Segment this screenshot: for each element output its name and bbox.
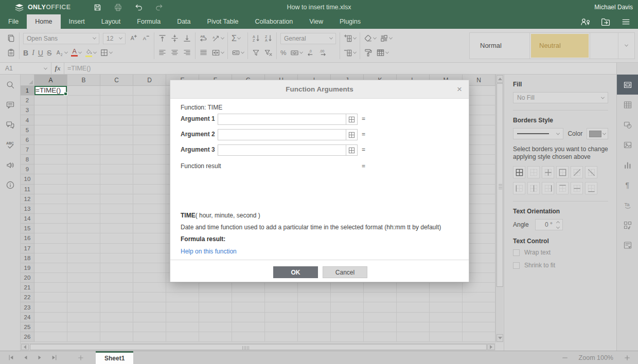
- cell-D5[interactable]: [133, 125, 166, 135]
- cell-B8[interactable]: [67, 155, 100, 165]
- sort-ascending-button[interactable]: AZ: [252, 34, 260, 43]
- tab-home[interactable]: Home: [27, 14, 60, 29]
- cell-D2[interactable]: [133, 96, 166, 105]
- cell-E21[interactable]: [166, 283, 199, 293]
- cell-G22[interactable]: [232, 293, 265, 302]
- cell-I23[interactable]: [298, 302, 331, 312]
- cell-A24[interactable]: [34, 313, 67, 322]
- dialog-close-button[interactable]: ×: [457, 80, 462, 99]
- cell-D1[interactable]: [133, 86, 166, 96]
- ok-button[interactable]: OK: [273, 266, 318, 278]
- cell-K25[interactable]: [364, 322, 397, 332]
- border-diag-down-button[interactable]: [585, 166, 597, 178]
- cell-M23[interactable]: [430, 302, 463, 312]
- orientation-button[interactable]: A: [211, 34, 224, 43]
- help-link[interactable]: Help on this function: [181, 248, 237, 255]
- cell-A20[interactable]: [34, 273, 67, 283]
- cell-L25[interactable]: [397, 322, 430, 332]
- border-outside-button[interactable]: [556, 166, 569, 178]
- increase-font-button[interactable]: A: [129, 34, 138, 43]
- cell-A5[interactable]: [34, 125, 67, 135]
- cell-B24[interactable]: [67, 313, 100, 322]
- cell-D14[interactable]: [133, 214, 166, 224]
- cell-H21[interactable]: [265, 283, 298, 293]
- cell-A19[interactable]: [34, 263, 67, 273]
- cell-A11[interactable]: [34, 185, 67, 194]
- subscript-button[interactable]: A2: [55, 48, 67, 57]
- vertical-scroll-thumb[interactable]: [497, 83, 503, 287]
- cell-B12[interactable]: [67, 194, 100, 204]
- row-header-10[interactable]: 10: [21, 174, 34, 184]
- next-sheet-button[interactable]: [34, 351, 45, 364]
- cell-D6[interactable]: [133, 135, 166, 145]
- cell-L26[interactable]: [397, 332, 430, 342]
- cell-C3[interactable]: [100, 105, 133, 115]
- cell-N23[interactable]: [463, 302, 495, 312]
- cell-C6[interactable]: [100, 135, 133, 145]
- cell-C23[interactable]: [100, 302, 133, 312]
- cell-D4[interactable]: [133, 115, 166, 125]
- cell-C7[interactable]: [100, 145, 133, 155]
- cell-H26[interactable]: [265, 332, 298, 342]
- feedback-button[interactable]: [0, 155, 21, 175]
- cell-N24[interactable]: [463, 313, 495, 322]
- merge-cells-button[interactable]: [211, 48, 224, 57]
- cell-M21[interactable]: [430, 283, 463, 293]
- cell-B7[interactable]: [67, 145, 100, 155]
- cell-B17[interactable]: [67, 244, 100, 253]
- row-header-1[interactable]: 1: [21, 86, 34, 96]
- row-header-15[interactable]: 15: [21, 224, 34, 233]
- cell-G23[interactable]: [232, 302, 265, 312]
- cell-B9[interactable]: [67, 165, 100, 174]
- conditional-formatting-button[interactable]: [380, 34, 392, 43]
- border-inside-button[interactable]: [542, 166, 554, 178]
- cell-L22[interactable]: [397, 293, 430, 302]
- zoom-in-button[interactable]: [624, 354, 631, 361]
- paste-button[interactable]: [7, 48, 15, 57]
- chat-button[interactable]: [0, 115, 21, 135]
- cell-G25[interactable]: [232, 322, 265, 332]
- row-header-25[interactable]: 25: [21, 322, 34, 332]
- row-header-11[interactable]: 11: [21, 185, 34, 194]
- border-diag-up-button[interactable]: [571, 166, 583, 178]
- fill-color-button[interactable]: [85, 48, 96, 57]
- align-justify-button[interactable]: [199, 48, 208, 57]
- cell-C12[interactable]: [100, 194, 133, 204]
- row-header-3[interactable]: 3: [21, 105, 34, 115]
- border-line-style-select[interactable]: [513, 128, 563, 139]
- decrease-font-button[interactable]: A: [141, 34, 150, 43]
- horizontal-scroll-thumb[interactable]: [30, 344, 487, 350]
- cell-N26[interactable]: [463, 332, 495, 342]
- number-format-select[interactable]: General: [280, 33, 336, 44]
- border-center-vertical-button[interactable]: [527, 182, 540, 194]
- cell-C20[interactable]: [100, 273, 133, 283]
- row-header-17[interactable]: 17: [21, 244, 34, 253]
- border-color-select[interactable]: [587, 128, 608, 139]
- pivot-table-settings-button[interactable]: [617, 215, 638, 235]
- redo-button[interactable]: [149, 0, 169, 14]
- align-center-button[interactable]: [170, 48, 179, 57]
- column-header-A[interactable]: A: [34, 75, 67, 86]
- cell-K26[interactable]: [364, 332, 397, 342]
- cell-D3[interactable]: [133, 105, 166, 115]
- cell-J24[interactable]: [331, 313, 364, 322]
- cell-style-normal[interactable]: Normal: [470, 33, 530, 59]
- tab-collaboration[interactable]: Collaboration: [246, 14, 301, 29]
- cell-N21[interactable]: [463, 283, 495, 293]
- cell-B19[interactable]: [67, 263, 100, 273]
- increase-decimal-button[interactable]: .00: [318, 48, 327, 57]
- cell-A12[interactable]: [34, 194, 67, 204]
- currency-style-button[interactable]: [290, 48, 303, 57]
- named-ranges-button[interactable]: [232, 48, 244, 57]
- cell-L24[interactable]: [397, 313, 430, 322]
- image-settings-button[interactable]: [617, 135, 638, 155]
- cell-H22[interactable]: [265, 293, 298, 302]
- cell-A10[interactable]: [34, 174, 67, 184]
- cell-B5[interactable]: [67, 125, 100, 135]
- cell-E24[interactable]: [166, 313, 199, 322]
- cell-M26[interactable]: [430, 332, 463, 342]
- border-none-button[interactable]: [527, 166, 540, 178]
- column-header-B[interactable]: B: [67, 75, 100, 86]
- spin-up-icon[interactable]: [556, 221, 560, 224]
- chart-settings-button[interactable]: [617, 155, 638, 175]
